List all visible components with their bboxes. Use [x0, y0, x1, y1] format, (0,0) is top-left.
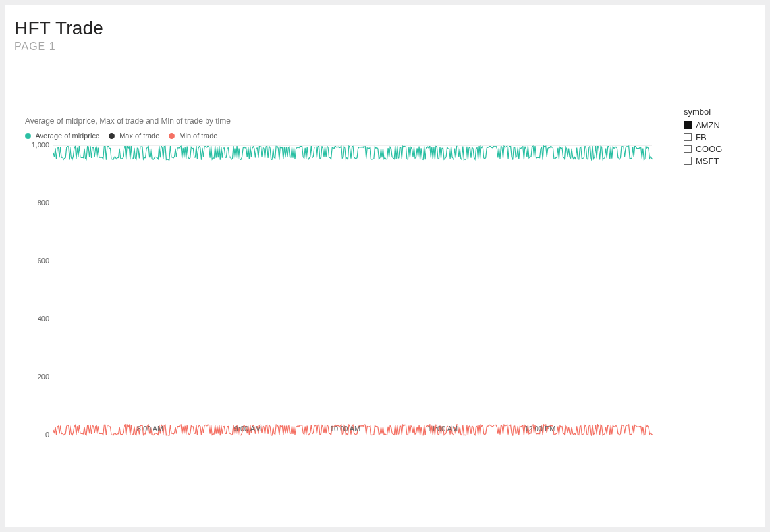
legend-label: Max of trade	[119, 132, 159, 140]
slicer-item-label: GOOG	[696, 144, 722, 154]
chart-title: Average of midprice, Max of trade and Mi…	[25, 117, 231, 126]
legend-label: Average of midprice	[35, 132, 99, 140]
slicer-item-label: AMZN	[696, 120, 720, 130]
symbol-slicer[interactable]: symbol AMZN FB GOOG MSFT	[684, 107, 756, 167]
y-tick-label: 1,000	[26, 141, 49, 149]
x-tick-label: 9:00 AM	[234, 425, 261, 433]
slicer-item-label: FB	[696, 132, 707, 142]
slicer-item-msft[interactable]: MSFT	[684, 155, 756, 167]
slicer-item-amzn[interactable]: AMZN	[684, 119, 756, 131]
x-tick-label: 8:00 AM	[137, 425, 163, 433]
legend-swatch-icon	[169, 133, 175, 139]
chart-legend: Average of midprice Max of trade Min of …	[25, 132, 217, 140]
x-tick-label: 10:00 AM	[330, 425, 360, 433]
y-tick-label: 800	[26, 199, 49, 207]
checkbox-icon[interactable]	[684, 145, 692, 153]
x-tick-label: 12:00 PM	[524, 425, 555, 433]
legend-item[interactable]: Average of midprice	[25, 132, 99, 140]
legend-swatch-icon	[109, 133, 115, 139]
report-canvas: HFT Trade PAGE 1 Average of midprice, Ma…	[5, 5, 765, 527]
chart-plot-area[interactable]: 1,000 800 600 400 200 0	[53, 145, 652, 435]
slicer-title: symbol	[684, 107, 756, 117]
legend-label: Min of trade	[179, 132, 217, 140]
checkbox-icon[interactable]	[684, 157, 692, 165]
legend-item[interactable]: Min of trade	[169, 132, 217, 140]
y-tick-label: 400	[26, 315, 49, 323]
checkbox-icon[interactable]	[684, 121, 692, 129]
page-name: PAGE 1	[14, 41, 56, 53]
legend-item[interactable]: Max of trade	[109, 132, 159, 140]
checkbox-icon[interactable]	[684, 133, 692, 141]
y-tick-label: 600	[26, 257, 49, 265]
y-tick-label: 200	[26, 373, 49, 381]
line-chart-visual[interactable]: Average of midprice, Max of trade and Mi…	[25, 117, 657, 485]
slicer-item-label: MSFT	[696, 156, 719, 166]
report-title: HFT Trade	[14, 18, 103, 39]
slicer-item-goog[interactable]: GOOG	[684, 143, 756, 155]
legend-swatch-icon	[25, 133, 31, 139]
x-tick-label: 11:00 AM	[427, 425, 458, 433]
slicer-item-fb[interactable]: FB	[684, 131, 756, 143]
y-tick-label: 0	[26, 431, 49, 439]
